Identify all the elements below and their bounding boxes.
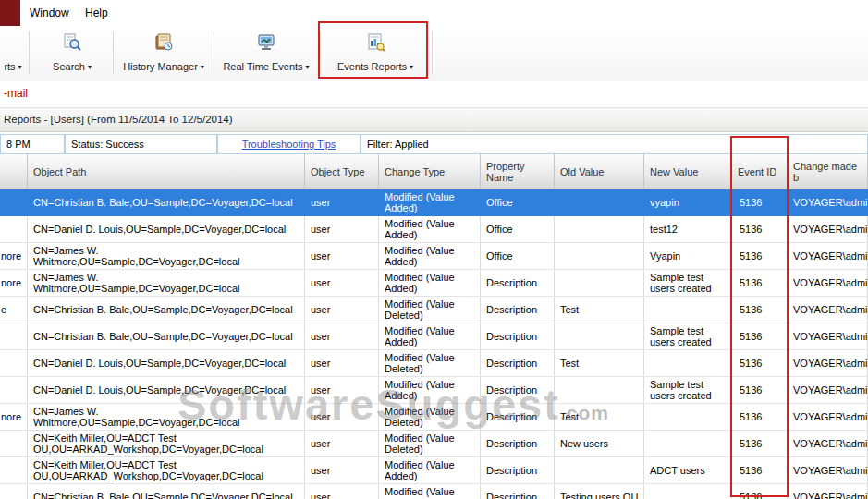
- column-header-object-name-fragment[interactable]: [0, 154, 28, 189]
- cell-object-name-fragment: [0, 484, 28, 499]
- table-row[interactable]: eCN=Christian B. Bale,OU=Sample,DC=Voyag…: [0, 297, 868, 323]
- cell-change-made-by: VOYAGER\admi: [788, 484, 868, 499]
- real-time-events-icon: [256, 33, 276, 52]
- cell-change-made-by: VOYAGER\admi: [788, 323, 868, 349]
- cell-object-name-fragment: e: [0, 297, 28, 323]
- cell-object-name-fragment: nore: [0, 270, 28, 296]
- cell-old-value: [555, 377, 644, 403]
- column-header-object-type[interactable]: Object Type: [305, 154, 379, 189]
- column-header-old-value[interactable]: Old Value: [555, 154, 644, 189]
- table-row[interactable]: CN=Daniel D. Louis,OU=Sample,DC=Voyager,…: [0, 377, 868, 404]
- cell-old-value: New users: [555, 431, 644, 456]
- chevron-down-icon: ▾: [18, 63, 22, 71]
- table-row[interactable]: noreCN=James W. Whitmore,OU=Sample,DC=Vo…: [0, 270, 868, 297]
- cell-change-made-by: VOYAGER\admi: [788, 270, 868, 296]
- status-success: Status: Success: [65, 134, 217, 154]
- table-row[interactable]: CN=Daniel D. Louis,OU=Sample,DC=Voyager,…: [0, 216, 868, 243]
- column-header-new-value[interactable]: New Value: [644, 154, 732, 189]
- cell-object-name-fragment: nore: [0, 243, 28, 269]
- cell-new-value: [644, 404, 732, 430]
- cell-property-name: Description: [481, 297, 555, 323]
- cell-object-type: user: [305, 377, 379, 403]
- cell-change-made-by: VOYAGER\admi: [788, 457, 868, 483]
- troubleshooting-tips-link[interactable]: Troubleshooting Tips: [242, 139, 336, 150]
- chevron-down-icon: ▾: [306, 63, 310, 71]
- toolbar-separator: [432, 31, 433, 74]
- cell-object-path: CN=Christian B. Bale,OU=Sample,DC=Voyage…: [28, 323, 305, 349]
- toolbar-separator: [29, 31, 30, 74]
- history-manager-button[interactable]: History Manager▾: [116, 28, 211, 79]
- search-icon: [62, 33, 82, 52]
- chevron-down-icon: ▾: [410, 63, 413, 71]
- cell-change-type: Modified (Value Added): [379, 270, 481, 296]
- cell-object-type: user: [305, 484, 379, 499]
- cell-event-id: 5136: [732, 431, 788, 456]
- column-header-change-type[interactable]: Change Type: [379, 154, 481, 189]
- chevron-down-icon: ▾: [201, 63, 204, 71]
- cell-old-value: [555, 243, 644, 269]
- events-reports-button[interactable]: Events Reports▾: [324, 28, 427, 79]
- cell-event-id: 5136: [732, 243, 788, 269]
- cell-object-name-fragment: nore: [0, 404, 28, 430]
- history-manager-button-label: History Manager▾: [116, 61, 211, 72]
- cell-new-value: [644, 297, 732, 323]
- column-header-object-path[interactable]: Object Path: [28, 154, 305, 189]
- report-title-bar: Reports - [Users] (From 11/5/2014 To 12/…: [0, 107, 868, 132]
- column-header-event-id[interactable]: Event ID: [732, 154, 788, 189]
- cell-event-id: 5136: [732, 350, 788, 376]
- table-row[interactable]: noreCN=James W. Whitmore,OU=Sample,DC=Vo…: [0, 243, 868, 270]
- real-time-events-button[interactable]: Real Time Events▾: [216, 28, 316, 79]
- table-row[interactable]: CN=Daniel D. Louis,OU=Sample,DC=Voyager,…: [0, 350, 868, 377]
- cell-event-id: 5136: [732, 377, 788, 403]
- cell-old-value: Test: [555, 350, 644, 376]
- cell-change-type: Modified (Value Added): [379, 323, 481, 349]
- cell-object-type: user: [305, 457, 379, 483]
- table-row[interactable]: CN=Christian B. Bale,OU=Sample,DC=Voyage…: [0, 323, 868, 350]
- cell-object-path: CN=Christian B. Bale,OU=Sample,DC=Voyage…: [28, 297, 305, 323]
- cell-object-type: user: [305, 243, 379, 269]
- column-header-property-name[interactable]: Property Name: [481, 154, 555, 189]
- search-button[interactable]: Search▾: [35, 28, 109, 79]
- cell-change-made-by: VOYAGER\admi: [788, 189, 868, 215]
- filter-applied: Filter: Applied: [361, 134, 868, 154]
- cell-change-type: Modified (Value Deleted): [379, 297, 481, 323]
- toolbar-separator: [214, 31, 214, 74]
- menu-item-help[interactable]: Help: [78, 0, 116, 26]
- cell-property-name: Description: [481, 457, 555, 483]
- cell-change-made-by: VOYAGER\admi: [788, 297, 868, 323]
- cell-new-value: Vyapin: [644, 243, 732, 269]
- cell-old-value: Test: [555, 404, 644, 430]
- cell-event-id: 5136: [732, 297, 788, 323]
- table-header: Object Path Object Type Change Type Prop…: [0, 154, 868, 189]
- cell-event-id: 5136: [732, 323, 788, 349]
- cell-new-value: Sample test users created: [644, 377, 732, 403]
- cell-event-id: 5136: [732, 457, 788, 483]
- cell-object-type: user: [305, 270, 379, 296]
- table-row[interactable]: CN=Keith Miller,OU=ADCT Test OU,OU=ARKAD…: [0, 431, 868, 457]
- cell-object-type: user: [305, 189, 379, 215]
- status-bar: 8 PM Status: Success Troubleshooting Tip…: [0, 134, 868, 154]
- cell-old-value: [555, 189, 644, 215]
- cell-new-value: [644, 431, 732, 456]
- cell-event-id: 5136: [732, 404, 788, 430]
- cell-change-made-by: VOYAGER\admi: [788, 243, 868, 269]
- cell-property-name: Office: [481, 189, 555, 215]
- menu-item-window[interactable]: Window: [22, 0, 77, 26]
- cell-object-path: CN=Keith Miller,OU=ADCT Test OU,OU=ARKAD…: [28, 457, 305, 483]
- table-row[interactable]: noreCN=James W. Whitmore,OU=Sample,DC=Vo…: [0, 404, 868, 431]
- cell-event-id: 5136: [732, 270, 788, 296]
- cell-property-name: Description: [481, 270, 555, 296]
- cell-object-name-fragment: [0, 457, 28, 483]
- reports-button-label: rts▾: [0, 61, 26, 72]
- reports-button-partial[interactable]: rts▾: [0, 28, 26, 79]
- table-row[interactable]: CN=Keith Miller,OU=ADCT Test OU,OU=ARKAD…: [0, 457, 868, 484]
- cell-object-path: CN=Keith Miller,OU=ADCT Test OU,OU=ARKAD…: [28, 431, 305, 456]
- cell-object-type: user: [305, 431, 379, 456]
- table-row[interactable]: CN=Christian B. Bale,OU=Sample,DC=Voyage…: [0, 189, 868, 216]
- cell-property-name: Description: [481, 404, 555, 430]
- table-row[interactable]: CN=Christian B. Bale,OU=Sample,DC=Voyage…: [0, 484, 868, 499]
- column-header-change-made-by[interactable]: Change made b: [788, 154, 868, 189]
- application-window: Window Help rts▾ Search▾: [0, 0, 868, 499]
- email-link[interactable]: -mail: [4, 87, 28, 100]
- cell-change-type: Modified (Value Deleted): [379, 350, 481, 376]
